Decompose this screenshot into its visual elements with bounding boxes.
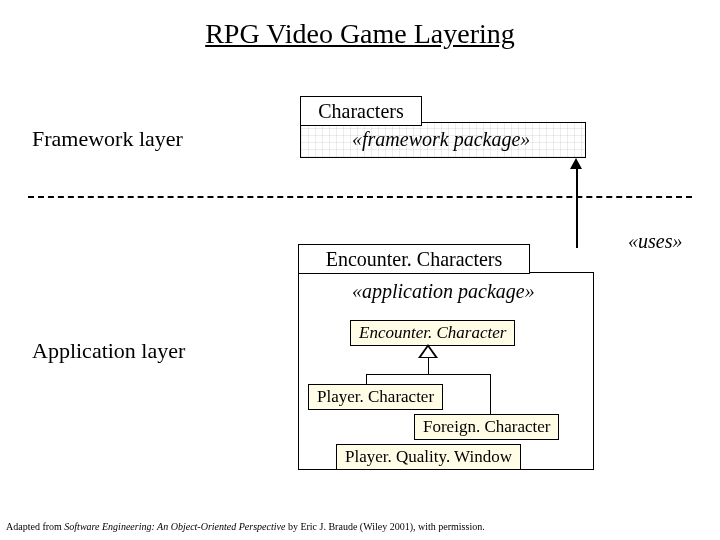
application-package-tab: Encounter. Characters bbox=[298, 244, 530, 274]
layer-separator bbox=[28, 196, 692, 198]
citation-prefix: Adapted from bbox=[6, 521, 64, 532]
generalization-bar bbox=[366, 374, 490, 375]
uses-arrow-head bbox=[570, 158, 582, 169]
citation: Adapted from Software Engineering: An Ob… bbox=[6, 521, 485, 532]
generalization-drop-left bbox=[366, 374, 367, 384]
generalization-stem bbox=[428, 358, 429, 374]
citation-suffix: by Eric J. Braude (Wiley 2001), with per… bbox=[285, 521, 484, 532]
application-layer-label: Application layer bbox=[32, 338, 185, 364]
framework-layer-label: Framework layer bbox=[32, 126, 183, 152]
framework-package-tab: Characters bbox=[300, 96, 422, 126]
generalization-drop-right bbox=[490, 374, 491, 414]
uses-label: «uses» bbox=[628, 230, 682, 253]
class-encounter-character: Encounter. Character bbox=[350, 320, 515, 346]
application-stereotype: «application package» bbox=[352, 280, 535, 303]
generalization-triangle-icon bbox=[418, 344, 438, 358]
citation-book: Software Engineering: An Object-Oriented… bbox=[64, 521, 285, 532]
uses-arrow-stem bbox=[576, 168, 578, 248]
class-foreign-character: Foreign. Character bbox=[414, 414, 559, 440]
class-player-character: Player. Character bbox=[308, 384, 443, 410]
framework-stereotype: «framework package» bbox=[352, 128, 530, 151]
diagram-title: RPG Video Game Layering bbox=[0, 18, 720, 50]
class-player-quality-window: Player. Quality. Window bbox=[336, 444, 521, 470]
